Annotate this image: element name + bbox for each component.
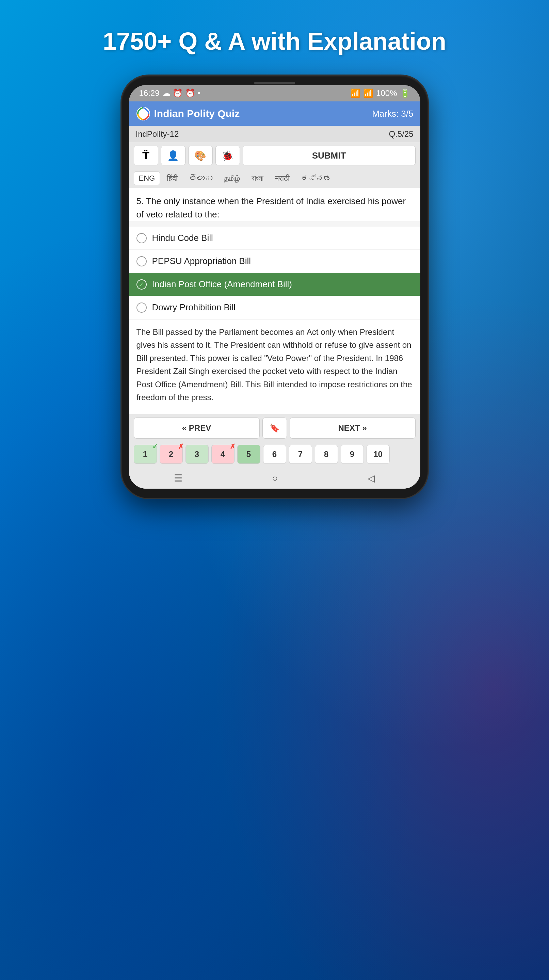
quiz-id: IndPolity-12 <box>136 129 179 139</box>
question-grid: ✓ 1 ✗ 2 3 ✗ 4 5 6 7 8 <box>129 442 420 468</box>
question-number-display: Q.5/25 <box>389 129 413 139</box>
language-bar: ENG हिंदी తెలుగు தமிழ் বাংলা मराठी ಕನ್ನಡ <box>129 169 420 188</box>
status-bar: 16:29 ☁ ⏰ ⏰ • 📶 📶 100% 🔋 <box>129 85 420 102</box>
question-text: 5. The only instance when the President … <box>137 195 413 221</box>
q2-label: 2 <box>169 450 173 459</box>
marks-display: Marks: 3/5 <box>372 108 413 119</box>
q-num-4[interactable]: ✗ 4 <box>212 445 234 464</box>
prev-label: PREV <box>189 423 211 433</box>
option-b-text: PEPSU Appropriation Bill <box>152 256 251 266</box>
battery-icon: 🔋 <box>400 89 410 98</box>
lang-marathi[interactable]: मराठी <box>270 172 294 185</box>
android-back-button[interactable]: ◁ <box>368 473 375 484</box>
bookmark-icon: 🔖 <box>270 423 280 433</box>
font-button[interactable]: T̈ <box>134 146 158 165</box>
radio-a <box>137 233 147 243</box>
submit-label: SUBMIT <box>312 150 346 161</box>
phone-screen: 16:29 ☁ ⏰ ⏰ • 📶 📶 100% 🔋 <box>129 85 420 488</box>
option-d[interactable]: Dowry Prohibition Bill <box>129 296 420 319</box>
q4-mark: ✗ <box>230 442 236 450</box>
status-time: 16:29 ☁ ⏰ ⏰ • <box>139 89 201 98</box>
radio-d <box>137 302 147 313</box>
bug-icon: 🐞 <box>221 150 234 161</box>
q5-label: 5 <box>247 450 251 459</box>
q-num-9[interactable]: 9 <box>341 445 364 464</box>
next-button[interactable]: NEXT » <box>290 417 415 439</box>
q-num-3[interactable]: 3 <box>186 445 208 464</box>
q7-label: 7 <box>298 450 302 459</box>
question-area: 5. The only instance when the President … <box>129 188 420 221</box>
lang-telugu[interactable]: తెలుగు <box>185 172 217 185</box>
wifi-icon: 📶 <box>350 89 360 98</box>
q-num-2[interactable]: ✗ 2 <box>160 445 183 464</box>
explanation-text: The Bill passed by the Parliament become… <box>129 319 420 414</box>
option-c[interactable]: ✓ Indian Post Office (Amendment Bill) <box>129 273 420 296</box>
q10-label: 10 <box>373 450 383 459</box>
app-logo-icon <box>136 106 151 121</box>
app-header-left: Indian Polity Quiz <box>136 106 240 121</box>
android-home-button[interactable]: ○ <box>272 473 278 484</box>
users-icon: 👤 <box>167 150 179 161</box>
bug-button[interactable]: 🐞 <box>215 146 240 165</box>
app-header: Indian Polity Quiz Marks: 3/5 <box>129 102 420 126</box>
lang-eng[interactable]: ENG <box>134 172 160 185</box>
option-a-text: Hindu Code Bill <box>152 233 213 243</box>
bookmark-button[interactable]: 🔖 <box>263 417 287 439</box>
radio-c: ✓ <box>137 279 147 290</box>
option-d-text: Dowry Prohibition Bill <box>152 302 236 313</box>
submit-button[interactable]: SUBMIT <box>243 146 415 165</box>
time-display: 16:29 <box>139 89 160 98</box>
android-recents-button[interactable]: ☰ <box>174 473 183 484</box>
next-label: NEXT <box>338 423 360 433</box>
q1-mark: ✓ <box>152 442 158 450</box>
android-nav-bar: ☰ ○ ◁ <box>129 468 420 488</box>
question-body: The only instance when the President of … <box>137 196 406 220</box>
next-arrow-icon: » <box>362 423 366 433</box>
prev-button[interactable]: « PREV <box>134 417 260 439</box>
app-title: Indian Polity Quiz <box>154 108 240 119</box>
lang-kannada[interactable]: ಕನ್ನಡ <box>296 172 336 185</box>
signal-icon: 📶 <box>363 89 373 98</box>
q2-mark: ✗ <box>178 442 184 450</box>
option-c-text: Indian Post Office (Amendment Bill) <box>152 279 292 290</box>
lang-hindi[interactable]: हिंदी <box>162 172 183 185</box>
lang-bengali[interactable]: বাংলা <box>247 172 268 185</box>
q3-label: 3 <box>195 450 199 459</box>
q-num-5[interactable]: 5 <box>237 445 260 464</box>
q-num-1[interactable]: ✓ 1 <box>134 445 157 464</box>
q4-label: 4 <box>221 450 225 459</box>
toolbar: T̈ 👤 🎨 🐞 SUBMIT <box>129 142 420 169</box>
font-icon: T̈ <box>142 150 149 162</box>
prev-arrow-icon: « <box>182 423 186 433</box>
options-list: Hindu Code Bill PEPSU Appropriation Bill… <box>129 227 420 319</box>
phone-frame: 16:29 ☁ ⏰ ⏰ • 📶 📶 100% 🔋 <box>121 76 428 498</box>
radio-b <box>137 256 147 266</box>
battery-display: 100% <box>376 89 397 98</box>
page-headline: 1750+ Q & A with Explanation <box>103 27 446 55</box>
users-button[interactable]: 👤 <box>161 146 186 165</box>
q9-label: 9 <box>350 450 354 459</box>
option-b[interactable]: PEPSU Appropriation Bill <box>129 250 420 273</box>
bottom-nav: « PREV 🔖 NEXT » <box>129 414 420 442</box>
q1-label: 1 <box>143 450 147 459</box>
q-num-6[interactable]: 6 <box>263 445 286 464</box>
q6-label: 6 <box>272 450 277 459</box>
status-icons: ☁ ⏰ ⏰ • <box>162 89 201 98</box>
question-number: 5. <box>137 196 146 206</box>
q8-label: 8 <box>324 450 328 459</box>
q-num-7[interactable]: 7 <box>289 445 312 464</box>
q-num-8[interactable]: 8 <box>315 445 338 464</box>
q-num-10[interactable]: 10 <box>366 445 390 464</box>
lang-tamil[interactable]: தமிழ் <box>219 172 245 185</box>
palette-icon: 🎨 <box>194 150 206 161</box>
checkmark-icon: ✓ <box>138 280 144 288</box>
status-right: 📶 📶 100% 🔋 <box>350 89 410 98</box>
palette-button[interactable]: 🎨 <box>188 146 213 165</box>
option-a[interactable]: Hindu Code Bill <box>129 227 420 250</box>
quiz-info-bar: IndPolity-12 Q.5/25 <box>129 126 420 142</box>
